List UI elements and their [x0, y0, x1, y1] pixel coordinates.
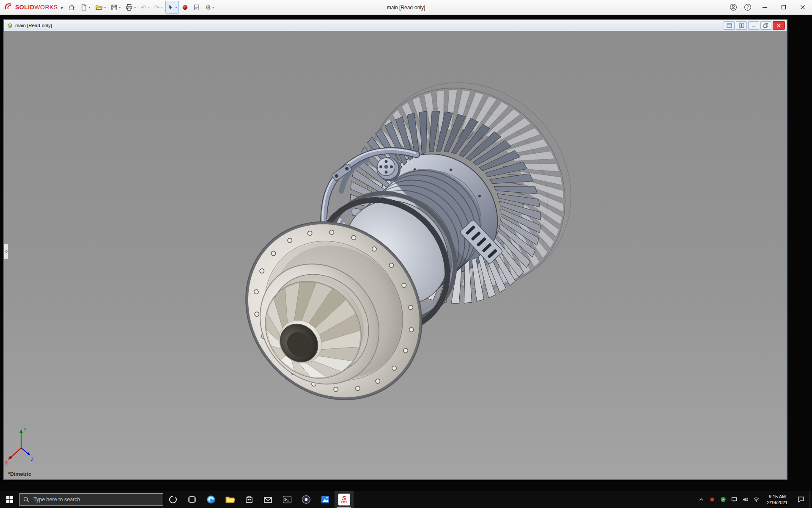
screen: SOLIDWORKS ▸ ▾ ▾ — [0, 0, 812, 508]
dropdown-caret-icon: ▾ — [161, 6, 162, 9]
quick-toolbar: ▾ ▾ ▾ ▾ — [66, 1, 216, 14]
file-properties-button[interactable] — [191, 1, 202, 14]
minimize-icon — [752, 23, 756, 28]
document-window: main [Read-only] — [3, 19, 787, 480]
taskbar-clock[interactable]: 9:15 AM 2/19/2021 — [762, 494, 793, 506]
store-button[interactable] — [239, 491, 258, 508]
engine-model-canvas[interactable]: Y X Z — [4, 31, 787, 479]
system-tray: 9:15 AM 2/19/2021 — [696, 491, 812, 508]
file-properties-icon — [193, 4, 200, 11]
solidworks-logo[interactable]: SOLIDWORKS — [0, 3, 60, 12]
restore-icon — [763, 23, 768, 28]
3dexperience-button[interactable] — [180, 1, 190, 14]
brand-solid: SOLID — [15, 4, 34, 11]
home-button[interactable] — [66, 1, 77, 14]
orientation-triad: Y X Z — [5, 428, 33, 465]
terminal-button[interactable] — [277, 491, 296, 508]
graphics-viewport[interactable]: Y X Z *Dimetric — [4, 31, 787, 479]
store-icon — [244, 495, 254, 504]
doc-pane-button-2[interactable] — [736, 21, 747, 30]
taskbar-search[interactable] — [19, 493, 163, 506]
media-app-button[interactable] — [296, 491, 315, 508]
fitting-bolt — [379, 166, 382, 168]
doc-pane-button-1[interactable] — [724, 21, 735, 30]
edge-button[interactable] — [201, 491, 220, 508]
search-icon — [23, 497, 29, 502]
hidden-icons-button[interactable] — [696, 491, 707, 508]
new-document-button[interactable]: ▾ — [78, 1, 92, 14]
print-icon — [126, 4, 133, 11]
save-button[interactable]: ▾ — [109, 1, 123, 14]
minimize-button[interactable] — [755, 0, 774, 14]
volume-button[interactable] — [740, 491, 751, 508]
titlebar-right-controls: ? — [726, 0, 812, 14]
dropdown-caret-icon[interactable]: ▾ — [134, 6, 136, 9]
status-dot-button[interactable] — [707, 491, 718, 508]
view-orientation-label: *Dimetric — [8, 471, 31, 477]
help-button[interactable]: ? — [741, 0, 755, 14]
show-desktop-button[interactable] — [809, 491, 812, 508]
new-document-icon — [80, 4, 87, 11]
cortana-button[interactable] — [163, 491, 182, 508]
svg-text:?: ? — [746, 5, 749, 10]
search-input[interactable] — [33, 496, 163, 503]
triad-z-label: Z — [31, 457, 33, 462]
gear-icon: ⚙ — [205, 4, 211, 11]
document-title: main [Read-only] — [15, 23, 52, 28]
document-window-controls — [724, 21, 785, 30]
dropdown-caret-icon[interactable]: ▾ — [104, 6, 106, 9]
home-icon — [68, 4, 75, 11]
photos-button[interactable] — [315, 491, 335, 508]
select-cursor-icon — [167, 4, 174, 11]
doc-minimize-button[interactable] — [748, 21, 759, 30]
fitting-bolt — [385, 171, 388, 174]
dropdown-caret-icon[interactable]: ▾ — [88, 6, 90, 9]
taskbar-apps: S2021 — [163, 491, 354, 508]
undo-icon: ↶ — [141, 4, 146, 11]
collapsed-pane-tab[interactable] — [4, 243, 8, 260]
action-center-icon — [798, 496, 804, 503]
file-explorer-button[interactable] — [220, 491, 239, 508]
user-account-icon — [730, 3, 737, 11]
dropdown-caret-icon[interactable]: ▾ — [175, 6, 177, 9]
mail-button[interactable] — [258, 491, 277, 508]
chevron-up-icon — [699, 497, 704, 502]
display-button[interactable] — [729, 491, 740, 508]
select-tool-button[interactable]: ▾ — [165, 1, 179, 14]
undo-button[interactable]: ↶ ▾ — [139, 1, 151, 14]
task-view-button[interactable] — [182, 491, 201, 508]
file-explorer-icon — [225, 494, 235, 505]
options-button[interactable]: ⚙ ▾ — [203, 1, 216, 14]
solidworks-taskbar-button[interactable]: S2021 — [335, 491, 354, 508]
brand-works: WORKS — [34, 4, 58, 11]
action-center-button[interactable] — [793, 491, 809, 508]
maximize-button[interactable] — [774, 0, 793, 14]
security-button[interactable] — [718, 491, 729, 508]
print-button[interactable]: ▾ — [123, 1, 138, 14]
network-button[interactable] — [751, 491, 762, 508]
photos-icon — [320, 494, 330, 505]
open-folder-icon — [95, 4, 103, 11]
redo-button[interactable]: ↷ ▾ — [152, 1, 165, 14]
account-button[interactable] — [726, 0, 741, 14]
doc-close-button[interactable] — [773, 21, 785, 30]
solidworks-swirl-icon — [4, 3, 14, 12]
dropdown-caret-icon[interactable]: ▾ — [119, 6, 121, 9]
help-icon: ? — [744, 3, 752, 11]
clock-time: 9:15 AM — [762, 494, 793, 500]
open-button[interactable]: ▾ — [93, 1, 108, 14]
mail-icon — [263, 495, 273, 505]
start-button[interactable] — [0, 491, 19, 508]
close-button[interactable] — [793, 0, 812, 14]
doc-restore-button[interactable] — [760, 21, 771, 30]
document-titlebar[interactable]: main [Read-only] — [4, 20, 787, 31]
triad-y-label: Y — [24, 428, 27, 432]
dropdown-caret-icon[interactable]: ▾ — [212, 6, 214, 9]
triad-x-label: X — [5, 461, 8, 465]
status-dot-icon — [710, 497, 715, 502]
dropdown-caret-icon: ▾ — [148, 6, 149, 9]
close-icon — [800, 5, 805, 10]
media-app-icon — [301, 494, 311, 505]
brand-expand-icon[interactable]: ▸ — [61, 5, 64, 10]
fitting-center — [384, 165, 388, 169]
